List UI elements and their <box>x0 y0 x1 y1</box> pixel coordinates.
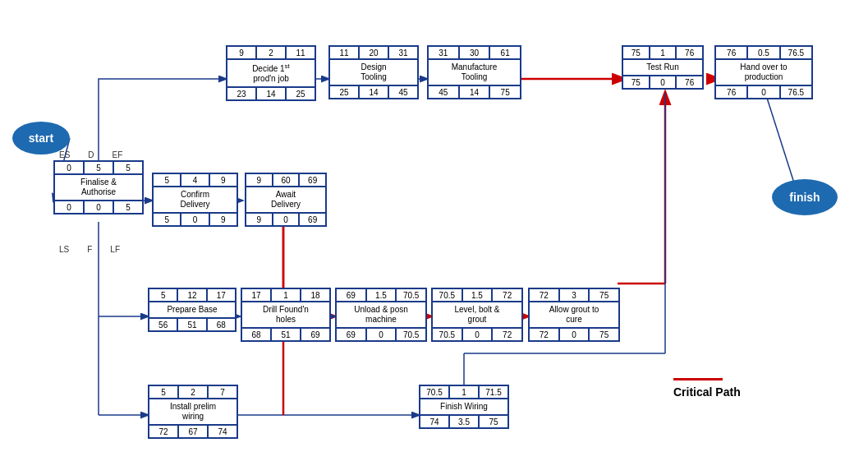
finish-wiring-es: 70.5 <box>420 385 449 399</box>
confirm-ef: 9 <box>209 173 237 187</box>
install-ls: 72 <box>149 425 178 438</box>
unload-label: Unload & posnmachine <box>336 302 426 328</box>
mfg-es: 31 <box>428 46 459 59</box>
confirm-ls: 5 <box>153 213 181 226</box>
start-label: start <box>29 131 53 145</box>
level-ls: 70.5 <box>432 328 462 341</box>
drill-f: 51 <box>271 328 301 341</box>
handover-ef: 76.5 <box>780 46 812 59</box>
confirm-lf: 9 <box>209 213 237 226</box>
handover-ls: 76 <box>715 85 747 99</box>
drill-es: 17 <box>241 288 271 302</box>
level-label: Level, bolt &grout <box>432 302 522 328</box>
finish-wiring-label: Finish Wiring <box>420 399 508 415</box>
grout-d: 3 <box>559 288 590 302</box>
node-await-delivery: 9 60 69 AwaitDelivery 9 0 69 <box>245 173 327 227</box>
design-ls: 25 <box>329 85 359 99</box>
finalise-label: Finalise &Authorise <box>54 174 143 201</box>
node-level-bolt: 70.5 1.5 72 Level, bolt &grout 70.5 0 72 <box>431 288 523 342</box>
ef-header: EF <box>113 150 123 159</box>
decide-label: Decide 1stprod'n job <box>227 59 315 87</box>
header-labels: ES D EF <box>59 150 122 159</box>
prep-d: 12 <box>177 288 206 302</box>
finish-ellipse: finish <box>772 179 838 215</box>
prep-f: 51 <box>177 318 206 331</box>
level-f: 0 <box>462 328 493 341</box>
finish-wiring-lf: 75 <box>479 415 508 428</box>
es-header: ES <box>59 150 70 159</box>
confirm-es: 5 <box>153 173 181 187</box>
handover-es: 76 <box>715 46 747 59</box>
install-lf: 74 <box>208 425 237 438</box>
level-ef: 72 <box>492 288 522 302</box>
install-d: 2 <box>178 385 208 399</box>
node-install-wiring: 5 2 7 Install prelimwiring 72 67 74 <box>148 385 238 439</box>
prep-lf: 68 <box>207 318 236 331</box>
handover-lf: 76.5 <box>780 85 812 99</box>
node-design-tooling: 11 20 31 DesignTooling 25 14 45 <box>328 45 419 99</box>
test-es: 75 <box>622 46 650 59</box>
finish-wiring-d: 1 <box>449 385 479 399</box>
unload-f: 0 <box>366 328 397 341</box>
design-d: 20 <box>359 46 388 59</box>
finish-wiring-f: 3.5 <box>449 415 479 428</box>
drill-ls: 68 <box>241 328 271 341</box>
handover-f: 0 <box>747 85 779 99</box>
node-hand-over: 76 0.5 76.5 Hand over toproduction 76 0 … <box>714 45 813 99</box>
legend: Critical Path <box>673 378 741 399</box>
ls-header: LS <box>59 245 69 254</box>
test-label: Test Run <box>622 59 703 76</box>
decide-ls: 23 <box>227 87 256 100</box>
level-d: 1.5 <box>462 288 493 302</box>
confirm-d: 4 <box>181 173 209 187</box>
decide-lf: 25 <box>286 87 315 100</box>
finish-wiring-ef: 71.5 <box>479 385 508 399</box>
node-confirm-delivery: 5 4 9 ConfirmDelivery 5 0 9 <box>152 173 238 227</box>
mfg-lf: 75 <box>489 85 521 99</box>
test-ef: 76 <box>676 46 703 59</box>
await-f: 0 <box>273 213 300 226</box>
unload-ef: 70.5 <box>396 288 426 302</box>
test-ls: 75 <box>622 76 650 89</box>
drill-label: Drill Found'nholes <box>241 302 330 328</box>
d-header: D <box>88 150 94 159</box>
test-f: 0 <box>650 76 677 89</box>
design-es: 11 <box>329 46 359 59</box>
design-label: DesignTooling <box>329 59 418 85</box>
finalise-ef: 5 <box>113 161 143 174</box>
prep-es: 5 <box>149 288 177 302</box>
start-ellipse: start <box>12 122 70 154</box>
install-label: Install prelimwiring <box>149 399 237 425</box>
await-label: AwaitDelivery <box>246 187 326 213</box>
node-test-run: 75 1 76 Test Run 75 0 76 <box>622 45 704 90</box>
drill-d: 1 <box>271 288 301 302</box>
critical-path-line <box>673 378 723 380</box>
design-f: 14 <box>359 85 388 99</box>
confirm-label: ConfirmDelivery <box>153 187 237 213</box>
level-lf: 72 <box>492 328 522 341</box>
finalise-lf: 5 <box>113 201 143 214</box>
finish-wiring-ls: 74 <box>420 415 449 428</box>
prep-ls: 56 <box>149 318 177 331</box>
critical-path-label: Critical Path <box>673 385 741 399</box>
await-lf: 69 <box>299 213 326 226</box>
install-es: 5 <box>149 385 178 399</box>
node-unload: 69 1.5 70.5 Unload & posnmachine 69 0 70… <box>335 288 427 342</box>
install-ef: 7 <box>208 385 237 399</box>
decide-f: 14 <box>256 87 286 100</box>
grout-f: 0 <box>559 328 590 341</box>
test-lf: 76 <box>676 76 703 89</box>
mfg-f: 14 <box>459 85 490 99</box>
handover-d: 0.5 <box>747 46 779 59</box>
mfg-label: ManufactureTooling <box>428 59 521 85</box>
node-allow-grout: 72 3 75 Allow grout tocure 72 0 75 <box>528 288 620 342</box>
unload-d: 1.5 <box>366 288 397 302</box>
level-es: 70.5 <box>432 288 462 302</box>
design-lf: 45 <box>388 85 418 99</box>
node-decide1st: 9 2 11 Decide 1stprod'n job 23 14 25 <box>226 45 316 101</box>
design-ef: 31 <box>388 46 418 59</box>
decide-es: 9 <box>227 46 256 59</box>
test-d: 1 <box>650 46 677 59</box>
decide-d: 2 <box>256 46 286 59</box>
drill-lf: 69 <box>301 328 330 341</box>
